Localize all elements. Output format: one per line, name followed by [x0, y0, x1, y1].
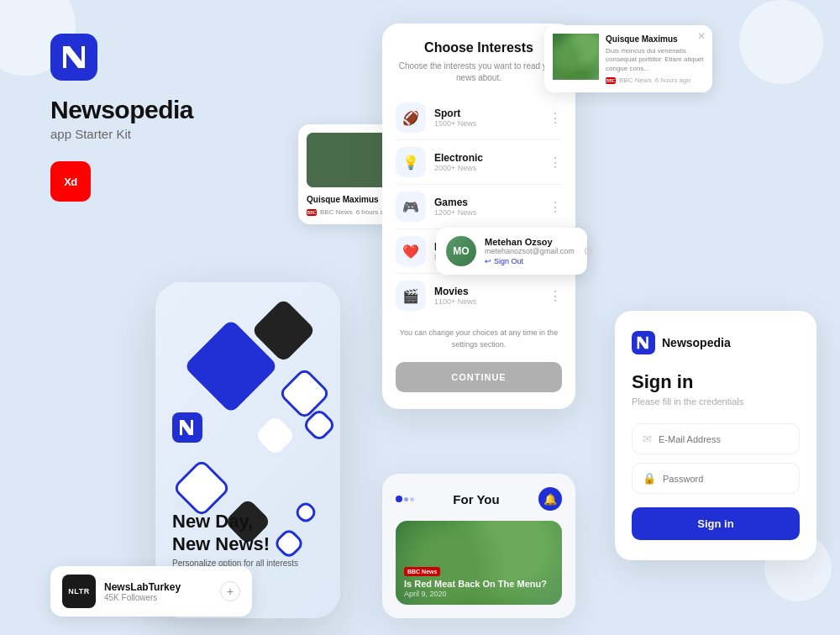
xd-badge: Xd: [50, 161, 91, 202]
sport-name: Sport: [434, 108, 540, 119]
movies-count: 1100+ News: [434, 297, 540, 306]
email-input[interactable]: [659, 434, 789, 444]
profile-avatar: MO: [446, 236, 476, 266]
diamond-outline-blue-3: [172, 459, 232, 518]
signin-brand-logo: [632, 331, 655, 354]
health-icon: ❤️: [396, 236, 426, 266]
electronic-icon: 💡: [396, 147, 426, 177]
interest-item-games[interactable]: 🎮 Games 1200+ News ⋮: [396, 185, 562, 229]
foryou-panel: For You 🔔 BBC News Is Red Meat Back On T…: [382, 474, 575, 618]
phone-text: New Day,New News! Personalize option for…: [172, 511, 298, 568]
settings-icon[interactable]: ⚙: [583, 244, 594, 258]
nltr-badge: NLTR: [62, 575, 96, 608]
interests-title: Choose Interests: [396, 40, 562, 55]
tooltip-title: Quisque Maximus: [606, 34, 704, 45]
electronic-count: 2000+ News: [434, 164, 540, 172]
news-tooltip: Quisque Maximus Duis rhoncus dui venenat…: [544, 25, 712, 92]
sport-info: Sport 1500+ News: [434, 108, 540, 128]
foryou-header: For You 🔔: [396, 487, 562, 511]
interest-item-electronic[interactable]: 💡 Electronic 2000+ News ⋮: [396, 140, 562, 185]
lock-icon: 🔒: [643, 472, 656, 485]
continue-button[interactable]: CONTINUE: [396, 362, 562, 392]
tooltip-image: [553, 34, 599, 80]
profile-popup: MO Metehan Ozsoy metehanozsot@gmail.com …: [436, 228, 587, 275]
tooltip-content: Quisque Maximus Duis rhoncus dui venenat…: [606, 34, 704, 84]
interest-item-movies[interactable]: 🎬 Movies 1100+ News ⋮: [396, 274, 562, 318]
tooltip-source: BBC News: [619, 76, 652, 84]
phone-h2: New News!: [172, 533, 270, 554]
newslab-info: NewsLabTurkey 45K Followers: [104, 581, 212, 602]
movies-icon: 🎬: [396, 281, 426, 311]
brand-title: Newsopedia: [50, 96, 193, 123]
brand-logo: [50, 34, 97, 81]
foryou-bbc-tag: BBC News: [404, 567, 440, 576]
blob-tr: [739, 0, 823, 84]
newslab-follow-button[interactable]: +: [220, 581, 240, 601]
profile-signout-button[interactable]: ↩ Sign Out: [485, 257, 575, 265]
interest-item-health[interactable]: ❤️ Health 800+ News MO Metehan Ozsoy met…: [396, 229, 562, 274]
news-source-name: BBC News: [320, 208, 353, 216]
electronic-more[interactable]: ⋮: [549, 155, 562, 171]
phone-h1: New Day,: [172, 511, 253, 532]
games-info: Games 1200+ News: [434, 197, 540, 217]
sport-count: 1500+ News: [434, 119, 540, 128]
newslab-followers: 45K Followers: [104, 593, 212, 602]
signin-button[interactable]: Sign in: [632, 507, 800, 540]
foryou-dots: [396, 496, 414, 502]
movies-name: Movies: [434, 286, 540, 297]
tooltip-description: Duis rhoncus dui venenatis consequat por…: [606, 47, 704, 73]
password-field-container: 🔒: [632, 463, 800, 494]
email-field-container: ✉: [632, 423, 800, 454]
diamond-outline-white: [255, 415, 296, 456]
games-icon: 🎮: [396, 192, 426, 222]
password-input[interactable]: [663, 474, 789, 484]
signin-panel: Newsopedia Sign in Please fill in the cr…: [615, 311, 816, 560]
movies-more[interactable]: ⋮: [549, 288, 562, 304]
interests-subtitle: Choose the interests you want to read yo…: [396, 60, 562, 84]
foryou-title: For You: [453, 492, 499, 506]
foryou-article-image: BBC News Is Red Meat Back On The Menu? A…: [396, 521, 562, 605]
dot-blue: [396, 496, 402, 502]
interest-item-sport[interactable]: 🏈 Sport 1500+ News ⋮: [396, 96, 562, 140]
signin-logo-row: Newsopedia: [632, 331, 800, 354]
dot-lighter-blue: [410, 497, 414, 501]
phone-app-logo: [172, 412, 202, 443]
tooltip-close-button[interactable]: ✕: [697, 30, 706, 42]
brand-subtitle: app Starter Kit: [50, 127, 193, 141]
games-name: Games: [434, 197, 540, 208]
tooltip-bbc-badge: BBC: [606, 77, 616, 84]
games-count: 1200+ News: [434, 208, 540, 217]
profile-info: Metehan Ozsoy metehanozsot@gmail.com ↩ S…: [485, 237, 575, 265]
foryou-article-date: April 9, 2020: [404, 590, 547, 598]
tooltip-meta: BBC BBC News 6 hours ago: [606, 76, 704, 84]
signin-brand-name: Newsopedia: [662, 336, 731, 349]
sport-icon: 🏈: [396, 102, 426, 133]
foryou-article-overlay: BBC News Is Red Meat Back On The Menu? A…: [404, 562, 547, 598]
movies-info: Movies 1100+ News: [434, 286, 540, 306]
foryou-article-title: Is Red Meat Back On The Menu?: [404, 578, 547, 590]
electronic-info: Electronic 2000+ News: [434, 152, 540, 172]
newslab-card: NLTR NewsLabTurkey 45K Followers +: [50, 566, 252, 617]
foryou-article-card[interactable]: BBC News Is Red Meat Back On The Menu? A…: [396, 521, 562, 605]
newslab-name: NewsLabTurkey: [104, 581, 212, 593]
signin-title: Sign in: [632, 371, 800, 393]
sport-more[interactable]: ⋮: [549, 110, 562, 126]
interests-note: You can change your choices at any time …: [396, 328, 562, 350]
profile-email: metehanozsot@gmail.com: [485, 247, 575, 255]
tooltip-time: 6 hours ago: [655, 76, 690, 84]
bbc-source-badge: BBC: [307, 209, 317, 216]
electronic-name: Electronic: [434, 152, 540, 164]
dot-light-blue: [404, 497, 408, 501]
notification-bell-button[interactable]: 🔔: [538, 487, 562, 511]
signin-subtitle: Please fill in the credentials: [632, 396, 800, 407]
brand-section: Newsopedia app Starter Kit Xd: [50, 34, 193, 202]
profile-name: Metehan Ozsoy: [485, 237, 575, 247]
games-more[interactable]: ⋮: [549, 199, 562, 215]
email-icon: ✉: [643, 433, 652, 445]
